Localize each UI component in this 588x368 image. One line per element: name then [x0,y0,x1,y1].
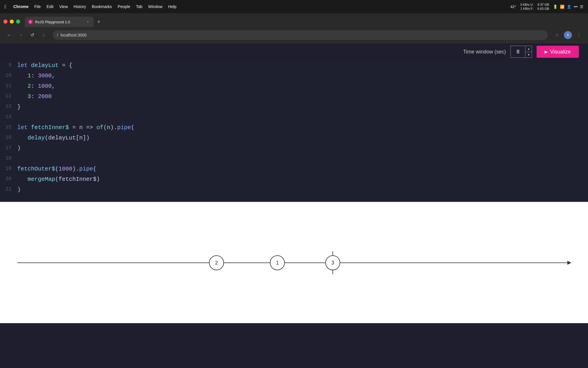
code-line-10: 10 1: 3000, [0,71,588,81]
code-content: } [17,102,21,112]
apple-menu[interactable]:  [5,4,7,10]
line-number: 16 [0,133,17,142]
close-window-button[interactable] [3,20,7,24]
code-content [17,113,21,122]
network-upload: 3 KB/s U: [520,3,533,7]
tab-bar: RxJS Playground 1.0 × + [0,13,588,27]
line-number: 18 [0,154,17,162]
temperature-display: 42° [510,5,516,9]
time-window-decrement[interactable]: ▼ [525,52,532,58]
security-icon: ℹ [57,33,58,37]
menubar-right-controls: 42° 3 KB/s U: 1 KB/s F: 9.37 GB 6.63 GB … [510,3,583,11]
menubar-tab[interactable]: Tab [136,4,142,9]
code-content [17,154,21,163]
visualize-button[interactable]: ▶ Visualize [537,46,579,58]
address-bar-actions: ☆ A ⋮ [552,30,583,40]
home-button[interactable]: ⌂ [39,30,48,40]
menubar-people[interactable]: People [118,4,130,9]
code-editor[interactable]: 9 let delayLut = { 10 1: 3000, 11 2: 100… [0,60,588,202]
line-number: 21 [0,185,17,193]
menubar-window[interactable]: Window [148,4,163,9]
line-number: 10 [0,71,17,80]
code-content: delay(delayLut[n]) [17,133,90,143]
list-icon: ☰ [580,5,583,9]
time-window-control[interactable]: 8 ▲ ▼ [510,46,532,58]
line-number: 15 [0,123,17,131]
line-number: 11 [0,82,17,90]
line-number: 20 [0,175,17,183]
wifi-icon: 📶 [560,5,564,9]
code-line-9: 9 let delayLut = { [0,60,588,71]
timeline-node-3: 3 [325,255,340,270]
menubar-bookmarks[interactable]: Bookmarks [92,4,112,9]
timeline-node-1: 1 [270,255,285,270]
code-line-15: 15 let fetchInner$ = n => of(n).pipe( [0,122,588,133]
menubar-file[interactable]: File [34,4,41,9]
url-bar[interactable]: ℹ localhost:3000 [53,30,548,40]
code-content: 3: 2000 [17,92,52,101]
user-avatar[interactable]: A [564,31,572,39]
menubar-help[interactable]: Help [168,4,177,9]
chrome-menu-button[interactable]: ⋮ [574,30,583,40]
code-line-13: 13 } [0,102,588,112]
timeline-arrow [567,261,571,265]
time-window-label: Time window (sec) [463,49,506,55]
network-stats: 3 KB/s U: 1 KB/s F: [520,3,533,11]
dots-icon: ••• [574,5,578,9]
app-toolbar: Time window (sec) 8 ▲ ▼ ▶ Visualize [0,43,588,60]
line-number: 9 [0,61,17,69]
line-number: 17 [0,144,17,152]
app-area: Time window (sec) 8 ▲ ▼ ▶ Visualize 9 le… [0,43,588,323]
code-line-14: 14 [0,112,588,122]
timeline-line [17,262,571,263]
line-number: 14 [0,113,17,121]
timeline-area: 2 1 3 [0,202,588,323]
new-tab-button[interactable]: + [95,18,103,26]
code-line-19: 19 fetchOuter$(1000).pipe( [0,164,588,174]
code-line-16: 16 delay(delayLut[n]) [0,133,588,143]
code-content: ) [17,185,21,194]
storage-stats: 9.37 GB 6.63 GB [537,3,549,11]
timeline-tick-bottom [332,270,333,274]
menubar-history[interactable]: History [74,4,86,9]
url-display: localhost:3000 [61,33,86,37]
code-content: 1: 3000, [17,71,55,80]
code-line-11: 11 2: 1000, [0,81,588,91]
visualize-label: Visualize [550,49,571,55]
code-content: let delayLut = { [17,61,72,70]
bookmark-star-icon[interactable]: ☆ [552,30,562,40]
code-line-12: 12 3: 2000 [0,91,588,102]
menubar-view[interactable]: View [59,4,68,9]
time-window-increment[interactable]: ▲ [525,46,532,52]
code-line-20: 20 mergeMap(fetchInner$) [0,174,588,185]
code-line-18: 18 [0,154,588,164]
code-content: fetchOuter$(1000).pipe( [17,164,96,174]
code-content: let fetchInner$ = n => of(n).pipe( [17,123,134,132]
minimize-window-button[interactable] [10,20,14,24]
tab-close-button[interactable]: × [86,20,90,24]
network-download: 1 KB/s F: [520,7,533,11]
address-bar: ← → ↺ ⌂ ℹ localhost:3000 ☆ A ⋮ [0,27,588,43]
time-window-value: 8 [511,49,525,55]
back-button[interactable]: ← [5,30,14,40]
menubar-edit[interactable]: Edit [47,4,53,9]
time-window-arrows[interactable]: ▲ ▼ [525,46,532,58]
code-line-21: 21 ) [0,185,588,195]
menubar-chrome[interactable]: Chrome [13,4,29,9]
play-icon: ▶ [545,49,548,54]
reload-button[interactable]: ↺ [28,30,37,40]
menubar:  Chrome File Edit View History Bookmark… [0,0,588,13]
traffic-lights [3,20,20,24]
battery-icon: 🔋 [553,5,558,9]
fullscreen-window-button[interactable] [16,20,20,24]
storage-used: 9.37 GB [537,3,549,7]
active-tab[interactable]: RxJS Playground 1.0 × [25,17,94,27]
menubar-icons: 🔋 📶 👤 ••• ☰ [553,5,583,9]
storage-free: 6.63 GB [537,7,549,11]
forward-button[interactable]: → [16,30,25,40]
code-line-17: 17 ) [0,143,588,154]
code-content: 2: 1000, [17,82,55,91]
timeline-node-2: 2 [209,255,224,270]
code-content: mergeMap(fetchInner$) [17,175,100,184]
tab-title: RxJS Playground 1.0 [35,20,83,24]
